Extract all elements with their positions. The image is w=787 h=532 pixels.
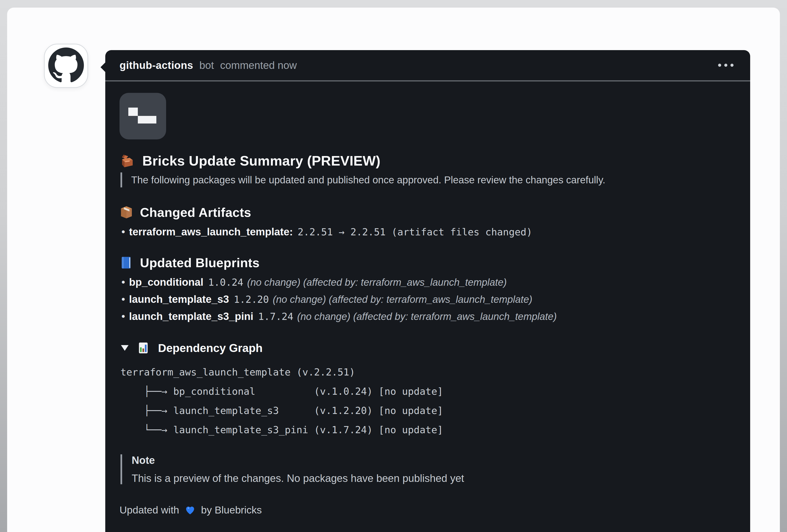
- blueprint-version: 1.2.20: [234, 294, 269, 305]
- comment-author[interactable]: github-actions: [120, 59, 193, 71]
- summary-title: Bricks Update Summary (PREVIEW): [142, 153, 380, 169]
- brick-icon: [120, 153, 135, 169]
- bar-chart-icon: [136, 341, 150, 355]
- blueprint-note: (no change) (affected by: terraform_aws_…: [273, 294, 532, 305]
- note-text: This is a preview of the changes. No pac…: [132, 472, 736, 484]
- changed-artifacts-list: terraform_aws_launch_template: 2.2.51 → …: [120, 226, 736, 238]
- bluebricks-logo: [120, 93, 166, 139]
- blueprint-name: bp_conditional: [129, 276, 204, 288]
- changed-artifacts-heading: Changed Artifacts: [140, 205, 251, 220]
- avatar[interactable]: [44, 44, 88, 88]
- kebab-menu-icon[interactable]: [716, 61, 736, 69]
- blue-heart-icon: [184, 504, 196, 516]
- artifact-item: terraform_aws_launch_template: 2.2.51 → …: [120, 226, 736, 238]
- logo-square: [128, 108, 138, 116]
- github-octocat-icon: [48, 47, 84, 84]
- page-panel: github-actions bot commented now: [7, 7, 780, 532]
- dependency-tree-root: terraform_aws_launch_template (v.2.2.51): [121, 363, 736, 382]
- changed-artifacts-heading-row: Changed Artifacts: [120, 205, 736, 220]
- blueprint-item: launch_template_s3 1.2.20 (no change) (a…: [120, 293, 736, 305]
- note-label: Note: [132, 455, 736, 466]
- blueprint-version: 1.0.24: [208, 277, 243, 288]
- blue-book-icon: [120, 256, 133, 270]
- package-icon: [120, 205, 133, 219]
- updated-blueprints-heading: Updated Blueprints: [140, 255, 259, 270]
- summary-quote: The following packages will be updated a…: [121, 172, 736, 187]
- footer-suffix: by Bluebricks: [201, 504, 262, 516]
- blueprint-note: (no change) (affected by: terraform_aws_…: [247, 277, 507, 288]
- updated-blueprints-heading-row: Updated Blueprints: [120, 255, 736, 270]
- comment-card: github-actions bot commented now: [105, 50, 750, 532]
- comment-timestamp[interactable]: commented now: [220, 59, 297, 71]
- comment-header: github-actions bot commented now: [105, 50, 750, 82]
- note-block: Note This is a preview of the changes. N…: [121, 455, 736, 484]
- updated-blueprints-list: bp_conditional 1.0.24 (no change) (affec…: [120, 276, 736, 322]
- summary-heading-row: Bricks Update Summary (PREVIEW): [120, 153, 736, 169]
- triangle-down-icon: [121, 345, 129, 351]
- dependency-graph-toggle[interactable]: Dependency Graph: [120, 341, 736, 355]
- footer-prefix: Updated with: [120, 504, 179, 516]
- blueprint-name: launch_template_s3_pini: [129, 310, 253, 322]
- logo-bar: [138, 116, 156, 124]
- speech-caret: [101, 62, 106, 73]
- dependency-tree-line: ├──→ bp_conditional (v.1.0.24) [no updat…: [121, 382, 736, 401]
- author-badge: bot: [199, 59, 214, 71]
- dependency-graph-heading: Dependency Graph: [158, 341, 262, 355]
- artifact-version-detail: 2.2.51 → 2.2.51 (artifact files changed): [298, 226, 532, 238]
- dependency-tree-line: ├──→ launch_template_s3 (v.1.2.20) [no u…: [121, 401, 736, 420]
- comment-body: Bricks Update Summary (PREVIEW) The foll…: [105, 82, 750, 526]
- blueprint-name: launch_template_s3: [129, 293, 229, 305]
- footer: Updated with by Bluebricks: [120, 504, 736, 516]
- blueprint-item: launch_template_s3_pini 1.7.24 (no chang…: [120, 310, 736, 322]
- artifact-name: terraform_aws_launch_template:: [129, 226, 293, 238]
- blueprint-note: (no change) (affected by: terraform_aws_…: [297, 311, 557, 322]
- blueprint-version: 1.7.24: [258, 311, 293, 322]
- blueprint-item: bp_conditional 1.0.24 (no change) (affec…: [120, 276, 736, 288]
- dependency-tree: terraform_aws_launch_template (v.2.2.51)…: [120, 363, 736, 440]
- dependency-tree-line: └──→ launch_template_s3_pini (v.1.7.24) …: [121, 420, 736, 440]
